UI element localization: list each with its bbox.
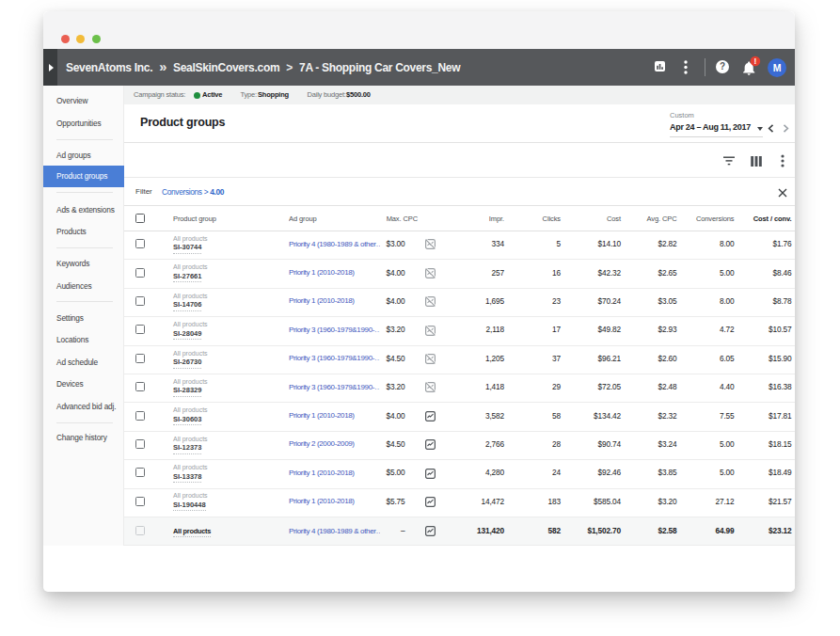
svg-text:!: ! [753,56,756,66]
